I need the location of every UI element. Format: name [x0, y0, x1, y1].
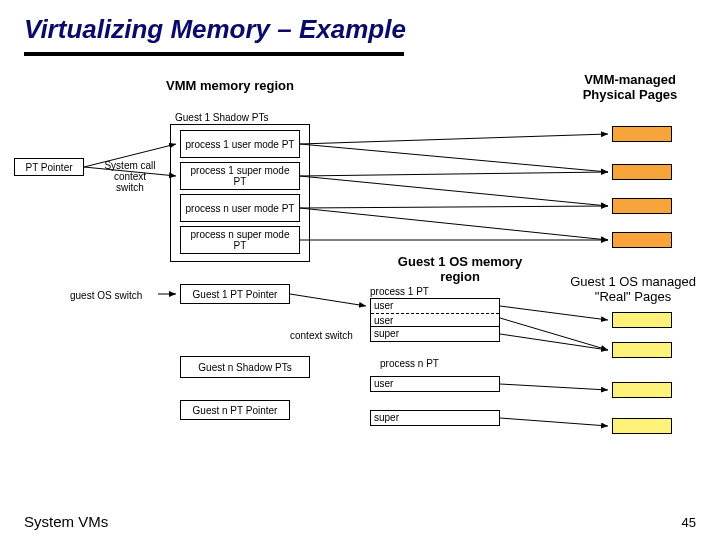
svg-line-14: [500, 384, 608, 390]
guest-os-switch-label: guest OS switch: [70, 290, 142, 301]
footer-left: System VMs: [24, 513, 108, 530]
svg-line-5: [300, 176, 608, 206]
real-page: [612, 342, 672, 358]
guest1-pt-pointer-box: Guest 1 PT Pointer: [180, 284, 290, 304]
processn-pt-label: process n PT: [380, 358, 439, 369]
svg-line-13: [500, 334, 608, 350]
real-page: [612, 382, 672, 398]
guestn-pt-pointer-box: Guest n PT Pointer: [180, 400, 290, 420]
processn-super-pt-box: process n super mode PT: [180, 226, 300, 254]
svg-line-6: [300, 206, 608, 208]
svg-line-7: [300, 208, 608, 240]
process1-pt-user-row: user: [371, 299, 499, 314]
guestn-shadow-pts-box: Guest n Shadow PTs: [180, 356, 310, 378]
title-underline: [24, 52, 404, 56]
process1-super-pt-box: process 1 super mode PT: [180, 162, 300, 190]
svg-line-10: [290, 294, 366, 306]
process1-pt-super-box: super: [370, 326, 500, 342]
slide-number: 45: [682, 515, 696, 530]
process1-pt-box: user user: [370, 298, 500, 329]
process1-pt-label: process 1 PT: [370, 286, 429, 297]
physical-page: [612, 198, 672, 214]
physical-page: [612, 126, 672, 142]
vmm-memory-region-label: VMM memory region: [140, 78, 320, 93]
processn-pt-super-row: super: [371, 411, 499, 425]
guest1-real-pages-label: Guest 1 OS managed "Real" Pages: [558, 274, 708, 304]
vmm-managed-pages-label: VMM-managed Physical Pages: [560, 72, 700, 102]
svg-line-15: [500, 418, 608, 426]
processn-pt-super-box: super: [370, 410, 500, 426]
physical-page: [612, 232, 672, 248]
processn-pt-user-row: user: [371, 377, 499, 391]
guest1-os-memory-region-label: Guest 1 OS memory region: [380, 254, 540, 284]
processn-user-pt-box: process n user mode PT: [180, 194, 300, 222]
svg-line-4: [300, 172, 608, 176]
svg-line-2: [300, 134, 608, 144]
physical-page: [612, 164, 672, 180]
process1-user-pt-box: process 1 user mode PT: [180, 130, 300, 158]
processn-pt-user-box: user: [370, 376, 500, 392]
slide-title: Virtualizing Memory – Example: [24, 14, 406, 45]
context-switch-label: context switch: [290, 330, 353, 341]
guest1-shadow-pts-label: Guest 1 Shadow PTs: [175, 112, 268, 123]
pt-pointer-box: PT Pointer: [14, 158, 84, 176]
svg-line-11: [500, 306, 608, 320]
real-page: [612, 418, 672, 434]
svg-line-3: [300, 144, 608, 172]
svg-line-12: [500, 318, 608, 350]
process1-pt-super-row: super: [371, 327, 499, 341]
system-call-context-switch-label: System call context switch: [100, 160, 160, 193]
real-page: [612, 312, 672, 328]
